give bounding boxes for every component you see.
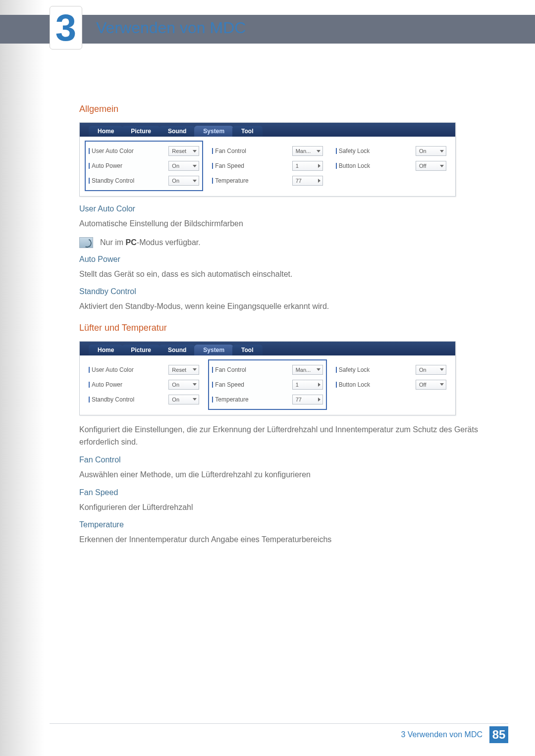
label-fan-speed: Fan Speed: [212, 162, 244, 169]
tabstrip: Home Picture Sound System Tool: [80, 123, 455, 137]
text-fs: Konfigurieren der Lüfterdrehzahl: [79, 501, 495, 514]
chapter-number: 3: [55, 9, 76, 47]
text-luefter: Konfiguriert die Einstellungen, die zur …: [79, 423, 495, 449]
label-temperature: Temperature: [212, 177, 248, 184]
chevron-right-icon: [318, 179, 321, 183]
spin-temperature[interactable]: 77: [292, 176, 323, 186]
col-fan: Fan Control Man... Fan Speed 1 Temperatu…: [208, 141, 326, 191]
tab-sound[interactable]: Sound: [159, 126, 195, 137]
combo-safety-lock[interactable]: On: [416, 146, 446, 156]
combo-user-auto-color[interactable]: Reset: [168, 365, 199, 375]
chevron-down-icon: [317, 368, 321, 371]
combo-user-auto-color[interactable]: Reset: [168, 146, 199, 156]
col-lock: Safety Lock On Button Lock Off: [332, 359, 450, 410]
page-content: Allgemein Home Picture Sound System Tool…: [79, 94, 495, 553]
chapter-number-box: 3: [50, 6, 82, 50]
label-standby-control: Standby Control: [89, 396, 134, 403]
label-fan-control: Fan Control: [212, 148, 246, 154]
label-user-auto-color: User Auto Color: [89, 148, 134, 154]
text-fc: Auswählen einer Methode, um die Lüfterdr…: [79, 468, 495, 481]
label-user-auto-color: User Auto Color: [89, 366, 134, 373]
tab-sound[interactable]: Sound: [159, 345, 195, 355]
chevron-down-icon: [317, 150, 321, 152]
chevron-right-icon: [318, 383, 321, 387]
label-fan-speed: Fan Speed: [212, 381, 244, 388]
settings-panel-allgemein: Home Picture Sound System Tool User Auto…: [79, 122, 456, 197]
note-icon: [79, 237, 93, 248]
combo-safety-lock[interactable]: On: [416, 365, 446, 375]
label-standby-control: Standby Control: [89, 177, 134, 184]
left-stripe: [0, 0, 45, 756]
tab-tool[interactable]: Tool: [232, 345, 262, 355]
text-uac: Automatische Einstellung der Bildschirmf…: [79, 217, 495, 230]
tab-tool[interactable]: Tool: [232, 126, 262, 137]
chevron-right-icon: [318, 164, 321, 168]
label-auto-power: Auto Power: [89, 381, 122, 388]
footer-text: 3 Verwenden von MDC: [401, 730, 482, 739]
combo-standby-control[interactable]: On: [168, 395, 199, 404]
combo-button-lock[interactable]: Off: [416, 380, 446, 390]
col-general: User Auto Color Reset Auto Power On Stan…: [85, 141, 203, 191]
tab-home[interactable]: Home: [89, 126, 123, 137]
combo-button-lock[interactable]: Off: [416, 161, 446, 171]
sub-auto-power: Auto Power: [79, 255, 495, 264]
chevron-down-icon: [193, 165, 197, 167]
tab-picture[interactable]: Picture: [122, 126, 160, 137]
chevron-down-icon: [193, 150, 197, 152]
combo-auto-power[interactable]: On: [168, 161, 199, 171]
tab-picture[interactable]: Picture: [122, 345, 160, 355]
footer: 3 Verwenden von MDC 85: [0, 726, 535, 743]
combo-fan-control[interactable]: Man...: [292, 365, 323, 375]
col-fan: Fan Control Man... Fan Speed 1 Temperatu…: [208, 359, 326, 410]
sub-fan-control: Fan Control: [79, 455, 495, 464]
section-luefter: Lüfter und Temperatur: [79, 323, 495, 333]
combo-auto-power[interactable]: On: [168, 380, 199, 390]
tab-system[interactable]: System: [194, 126, 233, 137]
chevron-right-icon: [318, 398, 321, 402]
footer-rule: [50, 723, 508, 724]
section-allgemein: Allgemein: [79, 104, 495, 114]
label-temperature: Temperature: [212, 396, 248, 403]
chevron-down-icon: [193, 368, 197, 371]
col-lock: Safety Lock On Button Lock Off: [332, 141, 450, 191]
tab-home[interactable]: Home: [89, 345, 123, 355]
tab-system[interactable]: System: [194, 345, 233, 355]
spin-fan-speed[interactable]: 1: [292, 380, 323, 390]
text-tmp: Erkennen der Innentemperatur durch Angab…: [79, 533, 495, 546]
text-ap: Stellt das Gerät so ein, dass es sich au…: [79, 268, 495, 281]
chapter-title: Verwenden von MDC: [96, 19, 246, 37]
sub-user-auto-color: User Auto Color: [79, 204, 495, 213]
note-text: Nur im PC-Modus verfügbar.: [100, 238, 201, 247]
label-auto-power: Auto Power: [89, 162, 122, 169]
combo-standby-control[interactable]: On: [168, 176, 199, 186]
label-button-lock: Button Lock: [336, 162, 370, 169]
chevron-down-icon: [193, 180, 197, 182]
chevron-down-icon: [193, 383, 197, 386]
settings-panel-luefter: Home Picture Sound System Tool User Auto…: [79, 341, 456, 415]
spin-temperature[interactable]: 77: [292, 395, 323, 404]
spin-fan-speed[interactable]: 1: [292, 161, 323, 171]
chevron-down-icon: [193, 398, 197, 401]
chevron-down-icon: [440, 165, 444, 167]
label-safety-lock: Safety Lock: [336, 148, 370, 154]
page-number: 85: [489, 726, 508, 743]
col-general: User Auto Color Reset Auto Power On Stan…: [85, 359, 203, 410]
sub-temperature: Temperature: [79, 520, 495, 529]
sub-fan-speed: Fan Speed: [79, 488, 495, 497]
chevron-down-icon: [440, 368, 444, 371]
text-sc: Aktiviert den Standby-Modus, wenn keine …: [79, 300, 495, 313]
label-safety-lock: Safety Lock: [336, 366, 370, 373]
label-fan-control: Fan Control: [212, 366, 246, 373]
tabstrip: Home Picture Sound System Tool: [80, 342, 455, 355]
sub-standby-control: Standby Control: [79, 287, 495, 296]
note-row: Nur im PC-Modus verfügbar.: [79, 237, 495, 248]
chevron-down-icon: [440, 150, 444, 152]
label-button-lock: Button Lock: [336, 381, 370, 388]
chevron-down-icon: [440, 383, 444, 386]
combo-fan-control[interactable]: Man...: [292, 146, 323, 156]
